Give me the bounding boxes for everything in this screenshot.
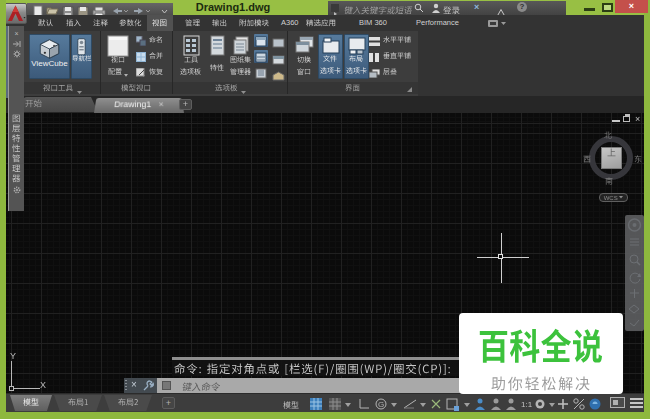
svg-text:G: G — [378, 400, 384, 409]
svg-text:1:1: 1:1 — [521, 400, 533, 409]
